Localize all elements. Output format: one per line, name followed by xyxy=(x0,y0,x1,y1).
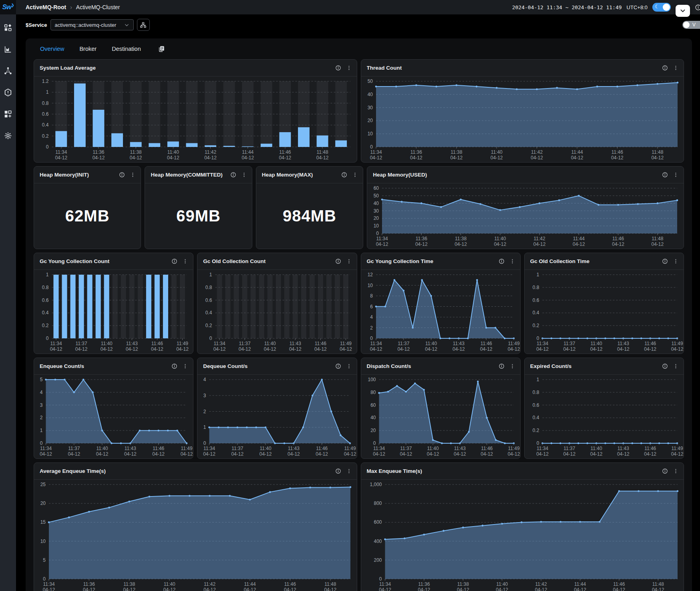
kebab-menu-icon[interactable] xyxy=(673,258,679,264)
service-bar: $Service activemq::activemq-cluster V xyxy=(16,14,700,35)
info-icon[interactable] xyxy=(662,172,668,178)
svg-text:100: 100 xyxy=(368,377,376,382)
settings-gear-icon[interactable] xyxy=(4,131,12,140)
info-icon[interactable] xyxy=(662,363,668,369)
svg-text:04-12: 04-12 xyxy=(652,241,664,247)
chart-area[interactable]: 051015202511:3404-1211:3604-1211:3804-12… xyxy=(34,480,357,591)
topology-icon[interactable] xyxy=(4,66,12,75)
chart-row-2: Heap Memory(INIT)62MBHeap Memory(COMMITT… xyxy=(34,166,684,249)
chart-area[interactable]: 02468101211:3404-1211:3704-1211:4004-121… xyxy=(361,270,520,354)
chart-bar[interactable]: 00.20.40.60.811.211:3404-1211:3604-1211:… xyxy=(34,76,357,162)
svg-text:11:48: 11:48 xyxy=(317,149,328,155)
dashboards-icon[interactable] xyxy=(4,45,12,54)
kebab-menu-icon[interactable] xyxy=(182,363,188,369)
collapse-header-button[interactable] xyxy=(676,5,690,17)
info-icon[interactable] xyxy=(171,363,177,369)
chart-area[interactable]: 01234511:3404-1211:3704-1211:4004-1211:4… xyxy=(34,375,193,458)
chart-area[interactable]: 00.20.40.60.8111:3404-1211:3704-1211:400… xyxy=(525,270,684,354)
chart-area[interactable]: 02004006008001,00011:3404-1211:3604-1211… xyxy=(361,480,684,591)
info-icon[interactable] xyxy=(662,258,668,264)
copy-dashboard-icon[interactable] xyxy=(158,45,165,52)
svg-text:04-12: 04-12 xyxy=(324,587,336,591)
chart-area[interactable]: 010203040506011:3404-1211:3604-1211:3804… xyxy=(367,183,684,249)
chart-bar[interactable]: 00.20.40.60.8111:3404-1211:3704-1211:400… xyxy=(34,270,193,354)
info-icon[interactable] xyxy=(230,172,236,178)
svg-text:04-12: 04-12 xyxy=(152,451,165,457)
svg-text:04-12: 04-12 xyxy=(40,451,52,457)
svg-text:11:43: 11:43 xyxy=(618,341,629,346)
dark-mode-toggle[interactable]: ☾ xyxy=(652,3,671,12)
kebab-menu-icon[interactable] xyxy=(509,363,515,369)
svg-text:04-12: 04-12 xyxy=(379,587,391,591)
kebab-menu-icon[interactable] xyxy=(509,258,515,264)
svg-text:5: 5 xyxy=(40,377,43,382)
kebab-menu-icon[interactable] xyxy=(241,172,247,178)
kebab-menu-icon[interactable] xyxy=(673,363,679,369)
info-icon[interactable] xyxy=(119,172,125,178)
svg-text:04-12: 04-12 xyxy=(410,155,422,161)
marketplace-icon[interactable] xyxy=(4,23,12,32)
svg-text:04-12: 04-12 xyxy=(259,451,272,457)
skywalking-logo[interactable]: Sw❯ xyxy=(2,3,14,11)
kebab-menu-icon[interactable] xyxy=(673,172,679,178)
info-icon[interactable] xyxy=(171,258,177,264)
time-range[interactable]: 2024-04-12 11:34 ~ 2024-04-12 11:49 xyxy=(512,4,622,10)
tab-broker[interactable]: Broker xyxy=(79,46,97,52)
sitemap-icon xyxy=(140,22,147,28)
service-select[interactable]: activemq::activemq-cluster xyxy=(50,19,134,30)
timezone-label: UTC+8:0 xyxy=(627,4,648,10)
kebab-menu-icon[interactable] xyxy=(346,258,352,264)
kebab-menu-icon[interactable] xyxy=(673,65,679,71)
svg-text:0.6: 0.6 xyxy=(533,298,539,303)
info-icon[interactable] xyxy=(335,363,341,369)
svg-text:04-12: 04-12 xyxy=(613,587,625,591)
chart-area[interactable]: 00.20.40.60.8111:3404-1211:3704-1211:400… xyxy=(525,375,684,458)
service-topology-button[interactable] xyxy=(137,19,150,31)
svg-text:11:42: 11:42 xyxy=(205,149,216,155)
info-icon[interactable] xyxy=(662,65,668,71)
svg-text:0: 0 xyxy=(203,440,206,446)
info-icon[interactable] xyxy=(335,65,341,71)
kebab-menu-icon[interactable] xyxy=(182,258,188,264)
chart-area[interactable]: 0123411:3404-1211:3704-1211:4004-1211:43… xyxy=(197,375,356,458)
kebab-menu-icon[interactable] xyxy=(346,468,352,474)
svg-text:0.4: 0.4 xyxy=(42,310,49,316)
kebab-menu-icon[interactable] xyxy=(346,363,352,369)
info-icon[interactable] xyxy=(341,172,347,178)
tab-destination[interactable]: Destination xyxy=(112,46,141,52)
info-icon[interactable] xyxy=(335,258,341,264)
info-icon[interactable] xyxy=(499,258,505,264)
chart-plot-area: 01234511:3404-1211:3704-1211:4004-1211:4… xyxy=(34,375,193,458)
svg-text:11:49: 11:49 xyxy=(671,446,683,451)
svg-text:04-12: 04-12 xyxy=(671,346,683,352)
svg-text:1: 1 xyxy=(209,272,212,277)
panel-heap-memory-init: Heap Memory(INIT)62MB xyxy=(34,166,141,249)
new-dashboard-icon[interactable] xyxy=(4,110,12,119)
alerting-icon[interactable] xyxy=(4,88,12,97)
tab-overview[interactable]: Overview xyxy=(40,46,64,52)
svg-text:11:49: 11:49 xyxy=(671,341,683,346)
info-icon[interactable] xyxy=(499,363,505,369)
svg-text:30: 30 xyxy=(367,105,373,111)
svg-text:3: 3 xyxy=(203,393,206,398)
kebab-menu-icon[interactable] xyxy=(352,172,358,178)
kebab-menu-icon[interactable] xyxy=(673,468,679,474)
info-icon[interactable] xyxy=(662,468,668,474)
svg-text:04-12: 04-12 xyxy=(480,346,492,352)
breadcrumb-root[interactable]: ActiveMQ-Root xyxy=(26,4,66,10)
chart-bar[interactable]: 00.20.40.60.8111:3404-1211:3704-1211:400… xyxy=(197,270,356,354)
svg-text:04-12: 04-12 xyxy=(316,155,329,161)
kebab-menu-icon[interactable] xyxy=(346,65,352,71)
version-toggle[interactable]: V xyxy=(682,21,700,29)
header-info-icon[interactable] xyxy=(695,4,700,11)
svg-text:04-12: 04-12 xyxy=(96,451,109,457)
svg-text:04-12: 04-12 xyxy=(244,587,256,591)
svg-text:11:37: 11:37 xyxy=(231,446,243,451)
kebab-menu-icon[interactable] xyxy=(130,172,136,178)
svg-text:11:38: 11:38 xyxy=(123,581,135,587)
svg-text:10: 10 xyxy=(367,131,373,137)
chart-area[interactable]: 0102030405011:3404-1211:3604-1211:3804-1… xyxy=(361,76,684,162)
svg-text:20: 20 xyxy=(367,118,373,123)
chart-area[interactable]: 02040608010011:3404-1211:3704-1211:4004-… xyxy=(361,375,520,458)
info-icon[interactable] xyxy=(335,468,341,474)
